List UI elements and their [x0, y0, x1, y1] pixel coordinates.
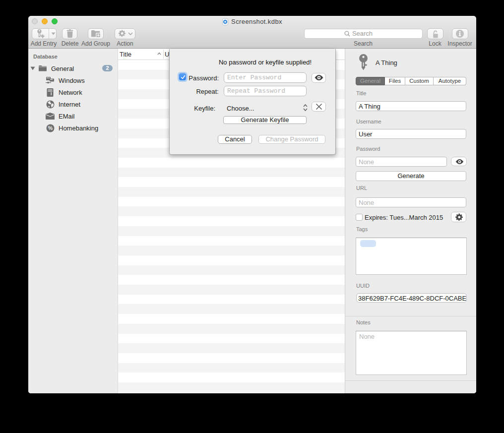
svg-text:%: % — [48, 125, 53, 131]
